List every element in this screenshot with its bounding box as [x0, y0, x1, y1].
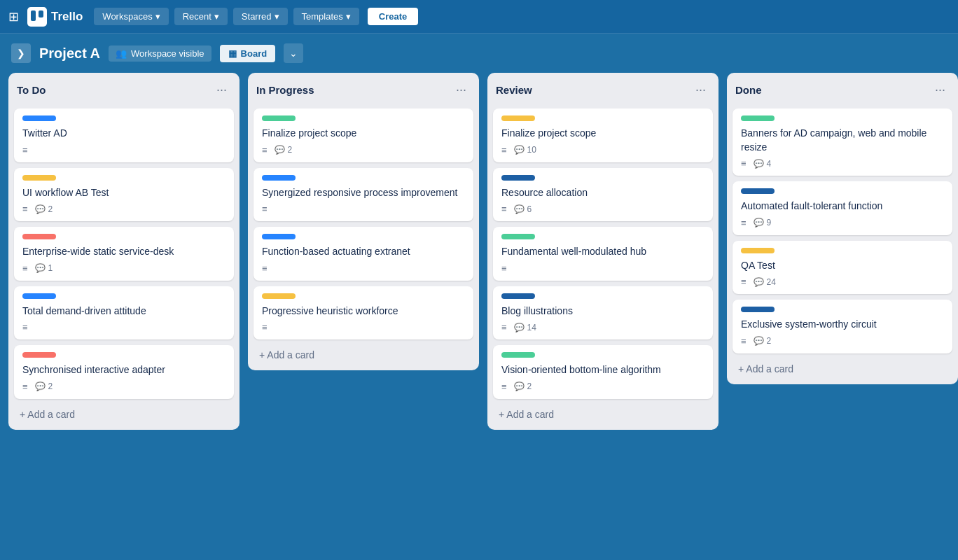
workspace-visibility[interactable]: 👥 Workspace visible [109, 46, 211, 62]
card-tag [262, 175, 296, 181]
card-title: QA Test [741, 259, 944, 273]
comment-count: 2 [48, 204, 53, 214]
card-inprogress-3[interactable]: Progressive heuristic workforce≡ [254, 286, 473, 340]
card-title: Finalize project scope [501, 127, 704, 141]
column-inprogress: In Progress···Finalize project scope≡💬2S… [248, 73, 479, 370]
card-tag [741, 188, 775, 194]
svg-rect-2 [39, 10, 43, 18]
lines-icon: ≡ [22, 145, 28, 155]
card-done-2[interactable]: QA Test≡💬24 [733, 241, 952, 295]
card-inprogress-1[interactable]: Synergized responsive process improvemen… [254, 168, 473, 222]
card-meta: ≡ [22, 322, 225, 332]
column-title-done: Done [735, 84, 762, 96]
card-meta: ≡💬2 [22, 382, 225, 392]
card-meta: ≡💬2 [741, 336, 944, 346]
column-menu-done[interactable]: ··· [931, 81, 950, 99]
column-header-todo: To Do··· [14, 80, 234, 103]
lines-icon: ≡ [741, 276, 747, 287]
card-tag [741, 115, 775, 121]
card-done-1[interactable]: Automated fault-tolerant function≡💬9 [733, 181, 952, 235]
card-meta: ≡💬24 [741, 276, 944, 287]
card-todo-3[interactable]: Total demand-driven attitude≡ [14, 286, 234, 340]
comment-count: 2 [288, 145, 293, 155]
card-title: Exclusive system-worthy circuit [741, 318, 944, 332]
card-title: UI workflow AB Test [22, 186, 225, 200]
board-view-button[interactable]: ▦ Board [220, 45, 276, 62]
card-todo-1[interactable]: UI workflow AB Test≡💬2 [14, 168, 234, 222]
lines-icon: ≡ [22, 263, 28, 274]
card-meta: ≡ [262, 204, 465, 214]
lines-icon: ≡ [501, 263, 507, 274]
card-review-2[interactable]: Fundamental well-modulated hub≡ [493, 227, 713, 281]
board-header: ❯ Project A 👥 Workspace visible ▦ Board … [0, 34, 958, 73]
column-header-review: Review··· [493, 80, 713, 103]
comment-icon: 💬 [35, 204, 46, 214]
card-tag [501, 234, 535, 239]
column-menu-inprogress[interactable]: ··· [452, 81, 471, 99]
card-title: Synergized responsive process improvemen… [262, 186, 465, 200]
card-title: Finalize project scope [262, 127, 465, 141]
card-inprogress-0[interactable]: Finalize project scope≡💬2 [254, 108, 473, 162]
card-todo-2[interactable]: Enterprise-wide static service-desk≡💬1 [14, 227, 234, 281]
card-review-1[interactable]: Resource allocation≡💬6 [493, 168, 713, 222]
card-inprogress-2[interactable]: Function-based actuating extranet≡ [254, 227, 473, 281]
card-tag [501, 175, 535, 181]
card-comments: 💬2 [35, 382, 53, 391]
column-title-inprogress: In Progress [256, 84, 314, 96]
column-header-done: Done··· [733, 80, 952, 103]
starred-menu[interactable]: Starred ▾ [233, 8, 288, 25]
card-meta: ≡💬2 [22, 204, 225, 214]
card-comments: 💬4 [754, 159, 772, 169]
card-review-3[interactable]: Blog illustrations≡💬14 [493, 286, 713, 340]
card-description-icon: ≡ [501, 204, 507, 214]
card-todo-4[interactable]: Synchronised interactive adapter≡💬2 [14, 345, 234, 399]
sidebar-toggle[interactable]: ❯ [11, 43, 31, 63]
grid-icon[interactable]: ⊞ [8, 9, 19, 24]
add-card-button-review[interactable]: + Add a card [493, 405, 713, 424]
card-description-icon: ≡ [501, 322, 507, 332]
add-card-button-done[interactable]: + Add a card [733, 359, 952, 379]
add-card-button-inprogress[interactable]: + Add a card [254, 345, 473, 365]
card-title: Progressive heuristic workforce [262, 304, 465, 318]
card-meta: ≡💬9 [741, 218, 944, 228]
workspaces-menu[interactable]: Workspaces ▾ [94, 8, 168, 25]
comment-icon: 💬 [754, 336, 764, 346]
lines-icon: ≡ [741, 336, 747, 346]
recent-menu[interactable]: Recent ▾ [174, 8, 228, 25]
add-card-button-todo[interactable]: + Add a card [14, 405, 234, 424]
card-done-0[interactable]: Banners for AD campaign, web and mobile … [733, 108, 952, 176]
card-tag [741, 307, 775, 312]
card-title: Function-based actuating extranet [262, 245, 465, 259]
card-done-3[interactable]: Exclusive system-worthy circuit≡💬2 [733, 300, 952, 354]
card-comments: 💬2 [275, 145, 293, 155]
card-comments: 💬10 [514, 145, 536, 155]
comment-icon: 💬 [514, 204, 525, 214]
card-description-icon: ≡ [741, 218, 747, 228]
card-review-4[interactable]: Vision-oriented bottom-line algorithm≡💬2 [493, 345, 713, 399]
comment-icon: 💬 [514, 145, 525, 155]
card-tag [262, 115, 296, 121]
column-review: Review···Finalize project scope≡💬10Resou… [487, 73, 718, 430]
card-description-icon: ≡ [22, 322, 28, 332]
card-tag [22, 175, 56, 181]
card-todo-0[interactable]: Twitter AD≡ [14, 108, 234, 162]
card-title: Fundamental well-modulated hub [501, 245, 704, 259]
board-expand-button[interactable]: ⌄ [284, 43, 303, 63]
comment-count: 2 [767, 336, 772, 346]
card-description-icon: ≡ [741, 158, 747, 169]
lines-icon: ≡ [501, 382, 507, 392]
lines-icon: ≡ [262, 204, 268, 214]
comment-icon: 💬 [754, 159, 764, 169]
create-button[interactable]: Create [368, 8, 418, 25]
column-title-todo: To Do [17, 84, 46, 96]
card-meta: ≡ [262, 322, 465, 332]
card-description-icon: ≡ [262, 263, 268, 274]
card-review-0[interactable]: Finalize project scope≡💬10 [493, 108, 713, 162]
column-menu-review[interactable]: ··· [691, 81, 710, 99]
column-title-review: Review [496, 84, 532, 96]
column-menu-todo[interactable]: ··· [212, 81, 231, 99]
card-title: Resource allocation [501, 186, 704, 200]
templates-menu[interactable]: Templates ▾ [293, 8, 359, 25]
lines-icon: ≡ [262, 145, 268, 155]
card-meta: ≡💬1 [22, 263, 225, 274]
